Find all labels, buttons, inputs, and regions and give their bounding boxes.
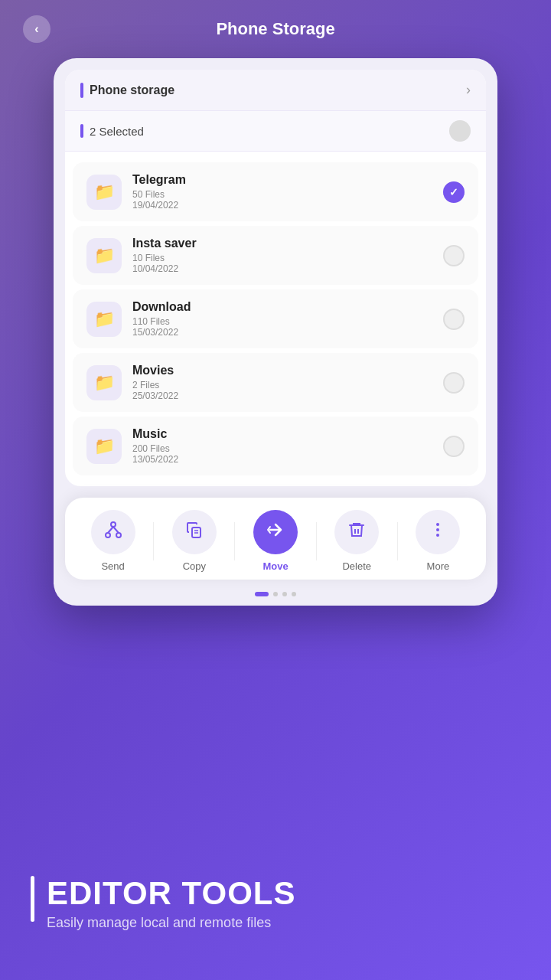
panel-chevron-icon[interactable]: › bbox=[466, 82, 471, 98]
svg-point-2 bbox=[116, 533, 121, 537]
send-label: Send bbox=[101, 560, 124, 572]
svg-line-4 bbox=[113, 527, 119, 533]
more-label: More bbox=[427, 560, 450, 572]
more-icon-wrap bbox=[416, 510, 460, 554]
copy-icon-wrap bbox=[172, 510, 217, 554]
folder-icon: 📁 bbox=[94, 246, 115, 266]
header: ‹ Phone Storage bbox=[0, 0, 551, 58]
file-date: 10/04/2022 bbox=[132, 263, 443, 274]
delete-label: Delete bbox=[342, 560, 371, 572]
folder-icon-wrap: 📁 bbox=[86, 302, 122, 337]
file-name: Download bbox=[132, 300, 443, 314]
toolbar-more[interactable]: More bbox=[398, 510, 478, 572]
branding-title: EDITOR TOOLS bbox=[47, 876, 295, 911]
branding-subtitle: Easily manage local and remote files bbox=[47, 915, 295, 931]
list-item[interactable]: 📁 Movies 2 Files 25/03/2022 bbox=[73, 353, 478, 412]
branding-content: EDITOR TOOLS Easily manage local and rem… bbox=[47, 876, 295, 930]
delete-icon bbox=[347, 521, 366, 544]
toolbar-move[interactable]: Move bbox=[235, 510, 315, 572]
move-icon bbox=[266, 521, 285, 544]
delete-icon-wrap bbox=[334, 510, 379, 554]
file-date: 25/03/2022 bbox=[132, 390, 443, 401]
select-all-toggle[interactable] bbox=[449, 120, 471, 142]
toolbar-delete[interactable]: Delete bbox=[317, 510, 397, 572]
pagination-dots bbox=[54, 587, 497, 606]
folder-icon: 📁 bbox=[94, 373, 115, 393]
file-count: 2 Files bbox=[132, 380, 443, 390]
list-item[interactable]: 📁 Download 110 Files 15/03/2022 bbox=[73, 289, 478, 348]
branding-accent-bar bbox=[31, 876, 34, 922]
svg-point-1 bbox=[106, 533, 110, 537]
dot bbox=[292, 592, 296, 596]
folder-icon: 📁 bbox=[94, 182, 115, 202]
selected-bar-left: 2 Selected bbox=[80, 124, 144, 138]
file-name: Insta saver bbox=[132, 237, 443, 250]
selected-count: 2 Selected bbox=[90, 125, 144, 138]
file-panel: Phone storage › 2 Selected 📁 bbox=[65, 70, 486, 486]
page-title: Phone Storage bbox=[216, 19, 334, 39]
file-date: 15/03/2022 bbox=[132, 327, 443, 338]
file-checkbox[interactable] bbox=[443, 309, 465, 330]
file-count: 10 Files bbox=[132, 253, 443, 263]
dot bbox=[273, 592, 278, 596]
folder-icon: 📁 bbox=[94, 436, 115, 456]
list-item[interactable]: 📁 Telegram 50 Files 19/04/2022 ✓ bbox=[73, 162, 478, 221]
file-checkbox[interactable] bbox=[443, 245, 465, 266]
file-info: Insta saver 10 Files 10/04/2022 bbox=[132, 237, 443, 274]
more-icon bbox=[429, 521, 447, 544]
checkmark-icon: ✓ bbox=[449, 186, 458, 198]
file-info: Telegram 50 Files 19/04/2022 bbox=[132, 173, 443, 211]
copy-icon bbox=[185, 521, 204, 544]
panel-header: Phone storage › bbox=[65, 70, 486, 111]
file-checkbox[interactable]: ✓ bbox=[443, 181, 465, 203]
toolbar-copy[interactable]: Copy bbox=[154, 510, 234, 572]
phone-frame: ‹ Phone Storage Phone storage › 2 Select… bbox=[0, 0, 551, 827]
file-count: 200 Files bbox=[132, 443, 443, 454]
file-name: Movies bbox=[132, 364, 443, 377]
branding-section: EDITOR TOOLS Easily manage local and rem… bbox=[0, 827, 551, 980]
svg-point-0 bbox=[111, 522, 116, 527]
bottom-toolbar: Send Copy bbox=[65, 498, 486, 580]
send-icon-wrap bbox=[91, 510, 135, 554]
back-button[interactable]: ‹ bbox=[23, 15, 51, 43]
panel-header-left: Phone storage bbox=[80, 83, 174, 98]
dot-active bbox=[255, 592, 269, 596]
selected-bar: 2 Selected bbox=[65, 111, 486, 152]
toolbar-send[interactable]: Send bbox=[73, 510, 153, 572]
file-checkbox[interactable] bbox=[443, 372, 465, 394]
move-label: Move bbox=[262, 560, 288, 572]
folder-icon-wrap: 📁 bbox=[86, 429, 122, 464]
file-count: 110 Files bbox=[132, 316, 443, 327]
accent-bar bbox=[80, 83, 83, 98]
file-info: Download 110 Files 15/03/2022 bbox=[132, 300, 443, 338]
svg-point-10 bbox=[436, 523, 439, 526]
branding-text-wrap: EDITOR TOOLS Easily manage local and rem… bbox=[31, 876, 520, 930]
file-name: Music bbox=[132, 427, 443, 441]
folder-icon-wrap: 📁 bbox=[86, 365, 122, 400]
list-item[interactable]: 📁 Insta saver 10 Files 10/04/2022 bbox=[73, 226, 478, 285]
file-checkbox[interactable] bbox=[443, 436, 465, 457]
send-icon bbox=[104, 521, 122, 544]
panel-title: Phone storage bbox=[90, 83, 174, 97]
file-name: Telegram bbox=[132, 173, 443, 187]
selected-accent-bar bbox=[80, 124, 83, 138]
file-info: Music 200 Files 13/05/2022 bbox=[132, 427, 443, 465]
folder-icon-wrap: 📁 bbox=[86, 238, 122, 273]
dot bbox=[282, 592, 287, 596]
svg-point-11 bbox=[436, 528, 439, 531]
svg-point-12 bbox=[436, 534, 439, 537]
svg-line-3 bbox=[108, 527, 113, 533]
file-info: Movies 2 Files 25/03/2022 bbox=[132, 364, 443, 401]
phone-screen: Phone storage › 2 Selected 📁 bbox=[54, 58, 497, 606]
file-count: 50 Files bbox=[132, 189, 443, 200]
move-icon-wrap bbox=[253, 510, 298, 554]
folder-icon-wrap: 📁 bbox=[86, 175, 122, 210]
file-list: 📁 Telegram 50 Files 19/04/2022 ✓ 📁 bbox=[65, 152, 486, 486]
folder-icon: 📁 bbox=[94, 309, 115, 329]
file-date: 19/04/2022 bbox=[132, 200, 443, 211]
list-item[interactable]: 📁 Music 200 Files 13/05/2022 bbox=[73, 416, 478, 475]
file-date: 13/05/2022 bbox=[132, 454, 443, 465]
copy-label: Copy bbox=[183, 560, 206, 572]
back-icon: ‹ bbox=[34, 22, 38, 36]
